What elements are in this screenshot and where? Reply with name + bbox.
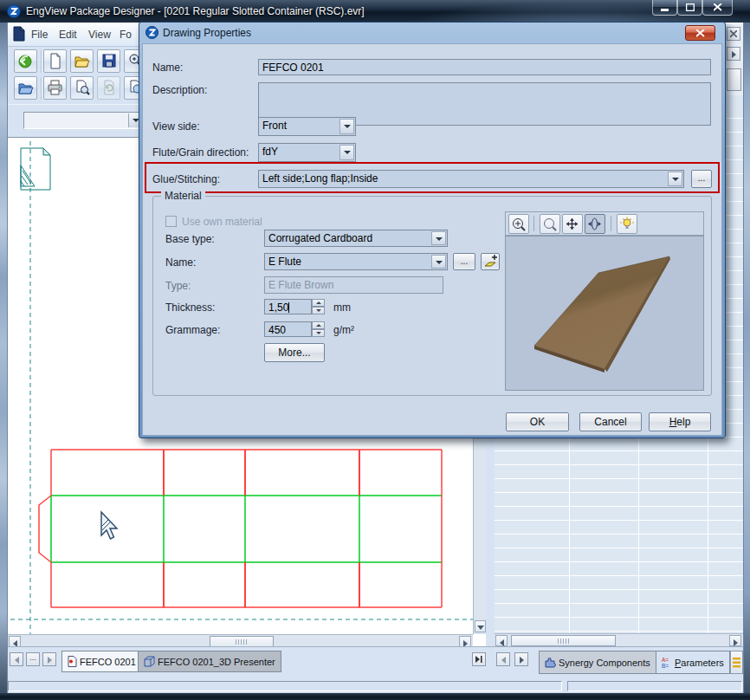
more-button[interactable]: More... <box>264 343 325 362</box>
panel-tabs-scroll-left[interactable] <box>496 652 510 666</box>
new-document-button[interactable] <box>43 49 67 73</box>
print-preview-button[interactable] <box>70 76 94 100</box>
menu-file[interactable]: File <box>31 29 48 41</box>
thickness-label: Thickness: <box>165 301 215 314</box>
panel-expand-button[interactable] <box>727 47 740 61</box>
panel-horizontal-scrollbar[interactable] <box>495 633 743 646</box>
material-browse-button[interactable]: ... <box>453 253 475 270</box>
flute-label: Flute/Grain direction: <box>152 146 249 159</box>
engview-home-button[interactable] <box>14 49 37 73</box>
scroll-down-button[interactable] <box>475 620 486 632</box>
app-window: EngView Package Designer - [0201 Regular… <box>0 0 750 700</box>
scroll-right-button[interactable] <box>729 635 741 646</box>
view-side-select[interactable]: Front <box>258 117 356 136</box>
type-label: Type: <box>165 280 191 292</box>
menu-format[interactable]: Fo <box>120 29 132 41</box>
sheet-tab-bar: ... FEFCO 0201 FEFCO 0201_3D Presenter <box>8 646 486 677</box>
tab-layers[interactable] <box>730 651 743 674</box>
grammage-unit: g/m² <box>333 324 354 336</box>
material-name-arrow[interactable] <box>431 255 446 269</box>
view-side-arrow[interactable] <box>339 119 354 134</box>
flute-direction-select[interactable]: fdY <box>258 143 356 162</box>
window-border-left <box>0 23 8 693</box>
status-panel-left <box>8 681 562 691</box>
maximize-button[interactable] <box>677 0 702 16</box>
sheet-symbol <box>21 148 50 190</box>
use-own-material-label: Use own material <box>182 216 262 228</box>
highlight-annotation <box>145 162 720 193</box>
mouse-cursor <box>101 512 117 539</box>
close-button[interactable] <box>702 0 733 16</box>
thickness-field[interactable]: 1,50 <box>264 299 312 314</box>
description-label: Description: <box>152 84 207 96</box>
help-button[interactable]: Help <box>649 412 711 431</box>
tab-parameters[interactable]: A=B= Parameters <box>656 651 730 674</box>
name-field[interactable]: FEFCO 0201 <box>258 59 711 75</box>
window-title: EngView Package Designer - [0201 Regular… <box>26 5 365 17</box>
svg-text:B=: B= <box>662 663 669 669</box>
zoom-button[interactable] <box>540 214 560 234</box>
scroll-left-button[interactable] <box>495 635 508 646</box>
tabs-scroll-left-button[interactable] <box>10 652 23 666</box>
panel-close-button[interactable] <box>727 27 740 41</box>
use-own-material-checkbox[interactable] <box>165 216 177 227</box>
tab-fefco-0201[interactable]: FEFCO 0201 <box>61 651 142 672</box>
mdi-document-icon[interactable] <box>11 26 27 42</box>
grammage-field[interactable]: 450 <box>264 321 312 337</box>
drawing-doc-icon <box>68 656 77 667</box>
preview-toolbar <box>505 211 704 236</box>
name-label: Name: <box>152 62 183 74</box>
grammage-label: Grammage: <box>165 324 220 336</box>
presenter-3d-icon <box>144 656 155 667</box>
minimize-button[interactable] <box>652 0 677 16</box>
grammage-spinner[interactable] <box>312 321 325 337</box>
tabs-end-button[interactable] <box>472 652 486 666</box>
window-border-right <box>743 23 750 693</box>
cancel-button[interactable]: Cancel <box>579 412 642 431</box>
window-titlebar: EngView Package Designer - [0201 Regular… <box>0 0 750 23</box>
canvas-horizontal-scrollbar[interactable] <box>8 634 473 647</box>
puzzle-icon <box>545 658 556 668</box>
panel-tabs-scroll-right[interactable] <box>514 652 528 666</box>
print-button[interactable] <box>43 76 67 100</box>
material-group-label: Material <box>161 190 205 202</box>
panel-toolbar-button[interactable] <box>727 68 741 91</box>
material-name-select[interactable]: E Flute <box>264 253 448 270</box>
type-field: E Flute Brown <box>264 276 443 294</box>
ok-button[interactable]: OK <box>506 412 569 431</box>
add-material-button[interactable] <box>481 253 500 270</box>
tabs-menu-button[interactable]: ... <box>26 652 40 666</box>
dialog-close-button[interactable] <box>685 25 715 41</box>
cardboard-sheet <box>534 256 669 369</box>
svg-text:A=: A= <box>662 657 669 663</box>
thickness-spinner[interactable] <box>312 299 325 314</box>
status-panel-right <box>567 681 742 691</box>
dialog-title: Drawing Properties <box>163 27 251 39</box>
save-button[interactable] <box>97 49 120 73</box>
zoom-combobox[interactable] <box>23 112 145 129</box>
open-drawing-button[interactable] <box>14 76 37 100</box>
material-name-label: Name: <box>165 256 196 269</box>
base-type-label: Base type: <box>165 233 215 245</box>
base-type-arrow[interactable] <box>431 231 446 245</box>
parameters-icon: A=B= <box>662 657 672 669</box>
tabs-scroll-right-button[interactable] <box>42 652 56 666</box>
flute-arrow[interactable] <box>339 145 354 160</box>
menu-view[interactable]: View <box>88 29 111 41</box>
status-bar <box>8 677 743 693</box>
app-icon <box>7 4 21 18</box>
scroll-thumb[interactable] <box>511 635 616 646</box>
tab-synergy-components[interactable]: Synergy Components <box>539 651 656 674</box>
pan-button[interactable] <box>562 214 583 234</box>
rotate-button[interactable] <box>585 214 605 234</box>
tab-fefco-0201-3d-presenter[interactable]: FEFCO 0201_3D Presenter <box>138 651 281 672</box>
update-document-button[interactable] <box>97 76 120 100</box>
open-button[interactable] <box>70 49 94 73</box>
menu-edit[interactable]: Edit <box>59 29 77 41</box>
drawing-properties-dialog: Drawing Properties Name: FEFCO 0201 Desc… <box>139 22 726 438</box>
material-group: Material Use own material Base type: Cor… <box>152 196 712 396</box>
zoom-extents-button[interactable] <box>508 214 529 234</box>
base-type-select[interactable]: Corrugated Cardboard <box>264 230 448 247</box>
material-3d-preview[interactable] <box>505 236 704 391</box>
light-button[interactable] <box>617 214 637 234</box>
